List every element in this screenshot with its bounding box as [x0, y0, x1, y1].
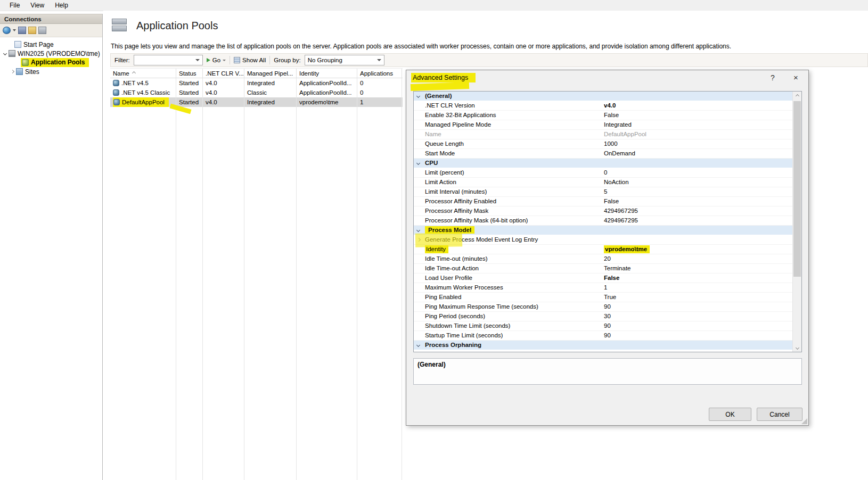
dialog-title: Advanced Settings	[411, 74, 476, 81]
application-pools-page-icon	[111, 17, 129, 33]
app-pool-icon	[113, 89, 119, 96]
setting-value[interactable]: 90	[604, 321, 790, 330]
column-header-pipeline[interactable]: Managed Pipel...	[244, 69, 297, 78]
setting-value[interactable]: 30	[604, 312, 790, 321]
setting-row-queue-length[interactable]: Queue Length1000	[414, 139, 792, 149]
setting-row-identity[interactable]: Identityvprodemo\tme	[414, 245, 792, 254]
setting-value[interactable]: OnDemand	[604, 149, 790, 158]
expand-icon[interactable]	[11, 70, 14, 73]
setting-row-idle-time-out-action[interactable]: Idle Time-out ActionTerminate	[414, 264, 792, 274]
setting-row-processor-affinity-enabled[interactable]: Processor Affinity EnabledFalse	[414, 197, 792, 206]
setting-row-managed-pipeline-mode[interactable]: Managed Pipeline ModeIntegrated	[414, 120, 792, 130]
tree-item-label: Start Page	[23, 41, 54, 48]
section-header-general[interactable]: (General)	[414, 92, 792, 101]
help-icon[interactable]: ?	[771, 73, 775, 82]
setting-value[interactable]: False	[604, 111, 790, 120]
setting-value[interactable]: 5	[604, 187, 790, 196]
expand-row-icon[interactable]	[417, 238, 421, 242]
app-pool-row-net-v4-5-classic[interactable]: .NET v4.5 ClassicStartedv4.0ClassicAppli…	[110, 88, 403, 97]
column-header-applications[interactable]: Applications	[357, 69, 402, 78]
settings-rows: (General).NET CLR Versionv4.0Enable 32-B…	[414, 92, 792, 352]
collapse-section-icon[interactable]	[416, 94, 420, 98]
connect-icon[interactable]	[3, 27, 11, 34]
scrollbar[interactable]	[792, 92, 801, 352]
tree-item-sites[interactable]: Sites	[0, 67, 102, 76]
section-header-process-orphaning[interactable]: Process Orphaning	[414, 341, 792, 350]
scroll-up-icon[interactable]	[793, 92, 801, 100]
ok-button[interactable]: OK	[709, 408, 751, 421]
setting-value[interactable]: 4294967295	[604, 206, 790, 216]
setting-label: Ping Maximum Response Time (seconds)	[425, 302, 602, 311]
setting-value[interactable]: 0	[604, 168, 790, 177]
scrollbar-thumb[interactable]	[793, 101, 801, 277]
setting-value[interactable]: True	[604, 293, 790, 302]
close-icon[interactable]: ×	[793, 73, 798, 82]
save-icon[interactable]	[18, 27, 26, 34]
setting-row-ping-enabled[interactable]: Ping EnabledTrue	[414, 293, 792, 302]
setting-row-net-clr-version[interactable]: .NET CLR Versionv4.0	[414, 101, 792, 111]
setting-row-limit-percent[interactable]: Limit (percent)0	[414, 168, 792, 178]
collapse-section-icon[interactable]	[416, 161, 420, 165]
open-icon[interactable]	[28, 27, 36, 34]
filter-input[interactable]	[134, 55, 203, 65]
setting-value[interactable]: DefaultAppPool	[604, 130, 790, 139]
tree-item-start-page[interactable]: Start Page	[0, 40, 102, 49]
setting-row-limit-interval-minutes[interactable]: Limit Interval (minutes)5	[414, 187, 792, 197]
setting-row-ping-period-seconds[interactable]: Ping Period (seconds)30	[414, 312, 792, 321]
menu-help[interactable]: Help	[50, 0, 73, 11]
setting-value[interactable]: Integrated	[604, 120, 790, 129]
column-header-status[interactable]: Status	[176, 69, 203, 78]
setting-row-idle-time-out-minutes[interactable]: Idle Time-out (minutes)20	[414, 254, 792, 264]
setting-row-startup-time-limit-seconds[interactable]: Startup Time Limit (seconds)90	[414, 331, 792, 341]
menu-view[interactable]: View	[25, 0, 50, 11]
setting-row-name[interactable]: NameDefaultAppPool	[414, 130, 792, 139]
setting-value[interactable]: 90	[604, 331, 790, 340]
setting-row-ping-maximum-response-time-seconds[interactable]: Ping Maximum Response Time (seconds)90	[414, 302, 792, 312]
setting-value[interactable]: 1	[604, 283, 790, 292]
setting-row-processor-affinity-mask-64-bit-option[interactable]: Processor Affinity Mask (64-bit option)4…	[414, 216, 792, 226]
tree-item-application-pools[interactable]: Application Pools	[0, 58, 102, 67]
collapse-icon[interactable]	[3, 52, 7, 55]
column-header-identity[interactable]: Identity	[297, 69, 357, 78]
collapse-section-icon[interactable]	[416, 343, 420, 347]
setting-value[interactable]: Terminate	[604, 264, 790, 273]
scroll-down-icon[interactable]	[793, 343, 801, 352]
column-header-clr[interactable]: .NET CLR V...	[203, 69, 244, 78]
setting-row-enable-32-bit-applications[interactable]: Enable 32-Bit ApplicationsFalse	[414, 111, 792, 120]
server-toolbar-icon[interactable]	[38, 27, 46, 34]
setting-row-generate-process-model-event-log-entry[interactable]: Generate Process Model Event Log Entry	[414, 235, 792, 245]
page-title: Application Pools	[136, 20, 218, 32]
section-header-cpu[interactable]: CPU	[414, 159, 792, 168]
setting-value[interactable]: 1000	[604, 139, 790, 148]
menu-file[interactable]: File	[4, 0, 25, 11]
section-header-process-model[interactable]: Process Model	[414, 226, 792, 235]
chevron-down-icon[interactable]	[13, 29, 16, 31]
cancel-button[interactable]: Cancel	[757, 408, 803, 421]
setting-value[interactable]: 90	[604, 302, 790, 311]
setting-value[interactable]: NoAction	[604, 178, 790, 187]
app-pool-row-net-v4-5[interactable]: .NET v4.5Startedv4.0IntegratedApplicatio…	[110, 78, 403, 88]
setting-row-processor-affinity-mask[interactable]: Processor Affinity Mask4294967295	[414, 206, 792, 216]
setting-row-limit-action[interactable]: Limit ActionNoAction	[414, 178, 792, 187]
go-button[interactable]: Go	[207, 57, 226, 63]
cell-status: Started	[176, 97, 203, 107]
advanced-settings-dialog: Advanced Settings ? × (General).NET CLR …	[406, 70, 809, 426]
column-header-name[interactable]: Name	[110, 69, 176, 78]
setting-row-shutdown-time-limit-seconds[interactable]: Shutdown Time Limit (seconds)90	[414, 321, 792, 331]
filter-label: Filter:	[114, 57, 130, 63]
setting-value[interactable]: v4.0	[604, 101, 790, 110]
resize-grip[interactable]	[801, 418, 807, 424]
collapse-section-icon[interactable]	[416, 228, 420, 232]
group-by-select[interactable]: No Grouping	[305, 55, 384, 65]
tree-item-server[interactable]: WIN2025 (VPRODEMO\tme)	[0, 49, 102, 58]
setting-value[interactable]: False	[604, 274, 790, 283]
setting-value[interactable]: False	[604, 197, 790, 206]
setting-row-maximum-worker-processes[interactable]: Maximum Worker Processes1	[414, 283, 792, 293]
app-pool-row-defaultapppool[interactable]: DefaultAppPoolStartedv4.0Integratedvprod…	[110, 97, 403, 107]
setting-value[interactable]: vprodemo\tme	[604, 245, 790, 254]
setting-value[interactable]: 20	[604, 254, 790, 263]
setting-row-load-user-profile[interactable]: Load User ProfileFalse	[414, 274, 792, 283]
show-all-button[interactable]: Show All	[234, 57, 266, 63]
setting-row-start-mode[interactable]: Start ModeOnDemand	[414, 149, 792, 159]
setting-value[interactable]: 4294967295	[604, 216, 790, 225]
